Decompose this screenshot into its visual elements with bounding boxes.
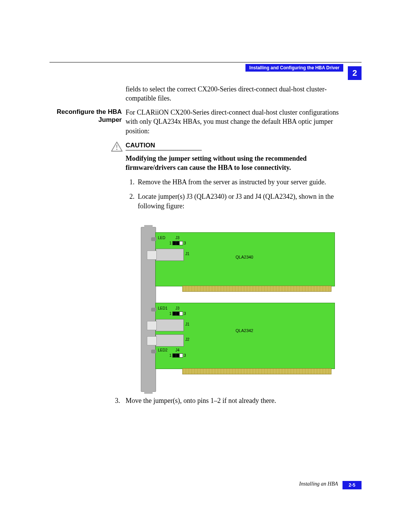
label-pin1-b2: 1 — [169, 353, 172, 358]
label-pin3-b2: 3 — [184, 353, 186, 358]
led-stub-a — [151, 237, 156, 241]
step-2: Locate jumper(s) J3 (QLA2340) or J3 and … — [136, 192, 353, 211]
section-body-paragraph: For CLARiiON CX200-Series direct-connect… — [126, 108, 342, 136]
footer-page-number: 2-5 — [342, 481, 362, 489]
chapter-tab: 2 — [348, 66, 362, 80]
port-b2 — [156, 334, 184, 347]
caution-body: Modifying the jumper setting without usi… — [126, 154, 342, 173]
label-pin3-b1: 3 — [184, 312, 186, 316]
label-j3-a: J3 — [175, 236, 180, 240]
instruction-list: Remove the HBA from the server as instru… — [126, 177, 353, 216]
caution-icon — [111, 142, 123, 152]
jumper-j4-b — [172, 353, 183, 358]
edge-connector-b — [182, 368, 331, 374]
port-b1 — [156, 319, 184, 331]
label-j1-a: J1 — [185, 252, 190, 256]
label-pin1-b1: 1 — [169, 312, 172, 316]
port-a — [156, 249, 184, 261]
svg-point-2 — [116, 149, 117, 150]
caution-heading: CAUTION — [126, 142, 202, 150]
card-qla2340: LED J3 1 3 J1 QLA2340 — [155, 232, 335, 286]
section-side-head: Reconfigure the HBA Jumper — [49, 108, 122, 124]
label-j1-b: J1 — [185, 322, 190, 326]
label-pin3-a: 3 — [184, 241, 186, 245]
led-stub-b2 — [151, 350, 156, 353]
card-qla2342: LED1 J3 1 3 J1 QLA2342 J2 LED2 J4 1 3 — [155, 303, 335, 369]
label-led2-b: LED2 — [158, 348, 167, 352]
step-1: Remove the HBA from the server as instru… — [136, 177, 353, 187]
led-stub-b1 — [151, 308, 156, 312]
card-name-a: QLA2340 — [236, 255, 253, 259]
label-j4-b: J4 — [175, 348, 180, 352]
label-led-a: LED — [158, 236, 165, 240]
hba-jumper-diagram: LED J3 1 3 J1 QLA2340 LED1 J3 1 3 J1 QLA… — [141, 227, 334, 391]
label-led1-b: LED1 — [158, 306, 167, 310]
card-name-b: QLA2342 — [236, 328, 253, 333]
jumper-j3-a — [172, 241, 183, 245]
jumper-j3-b — [172, 312, 183, 316]
label-j3-b: J3 — [175, 306, 180, 310]
running-header: Installing and Configuring the HBA Drive… — [245, 64, 343, 72]
lead-paragraph: fields to select the correct CX200-Serie… — [126, 85, 342, 103]
footer-section-title: Installing an HBA — [299, 481, 338, 487]
edge-connector-a — [182, 286, 331, 292]
top-rule — [49, 62, 362, 62]
step-3: Move the jumper(s), onto pins 1–2 if not… — [126, 396, 342, 405]
label-pin1-a: 1 — [169, 241, 172, 245]
label-j2-b: J2 — [185, 337, 190, 342]
